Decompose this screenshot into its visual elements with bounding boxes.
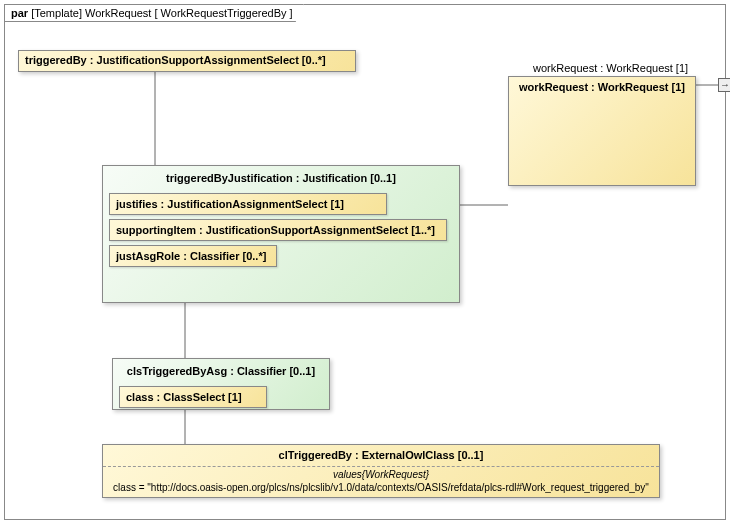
arrow-right-icon: → (720, 79, 730, 90)
frame-tab: par [Template] WorkRequest [ WorkRequest… (4, 4, 304, 22)
workrequest-external-label: workRequest : WorkRequest [1] (533, 62, 688, 74)
supportingitem-field[interactable]: supportingItem : JustificationSupportAss… (109, 219, 447, 241)
cltriggeredby-values-caption: values{WorkRequest} (103, 466, 659, 480)
frame-kind: par (11, 7, 28, 19)
class-field-label: class : ClassSelect [1] (126, 391, 242, 403)
triggeredby-block[interactable]: triggeredBy : JustificationSupportAssign… (18, 50, 356, 72)
class-field[interactable]: class : ClassSelect [1] (119, 386, 267, 408)
frame-context: [Template] WorkRequest (31, 7, 151, 19)
clstriggeredbyasg-block[interactable]: clsTriggeredByAsg : Classifier [0..1] cl… (112, 358, 330, 410)
triggeredby-title: triggeredBy : JustificationSupportAssign… (25, 54, 326, 66)
justifies-field[interactable]: justifies : JustificationAssignmentSelec… (109, 193, 387, 215)
workrequest-block[interactable]: workRequest : WorkRequest [1] (508, 76, 696, 186)
justasgrole-label: justAsgRole : Classifier [0..*] (116, 250, 266, 262)
justification-title: triggeredByJustification : Justification… (103, 168, 459, 189)
workrequest-port[interactable]: → (718, 78, 730, 92)
cltriggeredby-title: clTriggeredBy : ExternalOwlClass [0..1] (103, 445, 659, 466)
justification-block[interactable]: triggeredByJustification : Justification… (102, 165, 460, 303)
supportingitem-label: supportingItem : JustificationSupportAss… (116, 224, 435, 236)
cltriggeredby-class-value: class = "http://docs.oasis-open.org/plcs… (103, 480, 659, 497)
cltriggeredby-block[interactable]: clTriggeredBy : ExternalOwlClass [0..1] … (102, 444, 660, 498)
frame-name: [ WorkRequestTriggeredBy ] (155, 7, 293, 19)
workrequest-title: workRequest : WorkRequest [1] (509, 77, 695, 98)
clstriggeredbyasg-title: clsTriggeredByAsg : Classifier [0..1] (113, 361, 329, 382)
justifies-label: justifies : JustificationAssignmentSelec… (116, 198, 344, 210)
justasgrole-field[interactable]: justAsgRole : Classifier [0..*] (109, 245, 277, 267)
